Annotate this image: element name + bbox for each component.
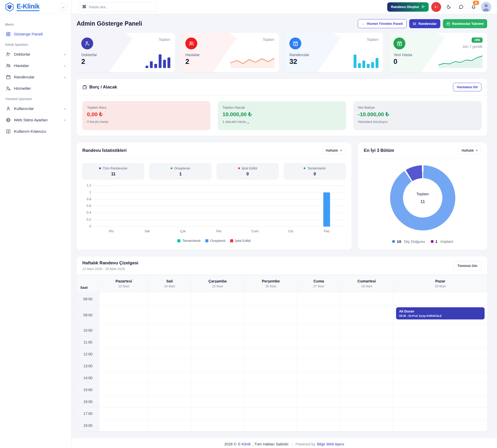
schedule-time-1500: 15:00 (77, 384, 99, 396)
sidebar-item-randevular[interactable]: Randevular › (5, 72, 67, 82)
schedule-cell-ar-amba-1500 (191, 384, 244, 396)
expand-chevron-icon[interactable]: ⌄ (247, 120, 249, 124)
schedule-cell-pazar-1600 (393, 396, 487, 408)
schedule-cell-cumartesi-1800 (340, 420, 393, 431)
schedule-cell-per-embe-1100 (244, 336, 298, 348)
x-axis-label: Paz (309, 229, 345, 233)
schedule-time-header: Saat (77, 275, 99, 292)
go-to-patients-button[interactable]: Hastalara Git (453, 83, 481, 91)
top-sections-card: En İyi 3 Bölüm Haftalık▼ Toplam 11 10 Di… (358, 143, 487, 250)
donut-legend-i-mplant: 1 İmplant (431, 239, 453, 244)
sidebar-collapse-button[interactable]: ← (59, 3, 68, 11)
schedule-cell-cuma-1300 (297, 360, 340, 372)
schedule-cell-ar-amba-0800 (191, 292, 244, 306)
sidebar-item-hastalar[interactable]: Hastalar › (5, 61, 67, 70)
footer-separator: | (292, 442, 293, 446)
bar-chart-legend: TamamlandıOnaylandıİptal Edildi (77, 235, 352, 247)
sections-period-select[interactable]: Haftalık▼ (458, 146, 481, 154)
sidebar-item-label: Randevular (14, 75, 64, 79)
chevron-right-icon: › (64, 107, 65, 111)
search-input[interactable] (89, 5, 154, 9)
appointment-block[interactable]: Ali Duran 09:30 - Dr.Prof. Eyüp KARAKALE (396, 307, 485, 319)
pill-dot (99, 167, 101, 169)
schedule-cell-pazartesi-1600 (99, 396, 148, 408)
see-all-button[interactable]: Tümünü Gör (454, 261, 481, 270)
schedule-day-header-cumartesi: Cumartesi28 Mart (340, 275, 393, 292)
finance-box-value: -10.000,00 ₺ (358, 111, 477, 117)
sidebar-item-kullanicilar[interactable]: Kullanıcılar › (5, 104, 67, 113)
sparkline-chart (438, 53, 483, 68)
finance-box-net-bakiye: Net Bakiye -10.000,00 ₺ Hastalara borçlu… (353, 101, 481, 130)
notifications-button[interactable]: 20 (469, 2, 478, 12)
schedule-cell-cuma-0800 (297, 292, 340, 306)
dark-mode-button[interactable] (444, 2, 454, 12)
create-appointment-button[interactable]: Randevu Oluştur (387, 2, 429, 12)
page-title: Admin Gösterge Paneli (77, 20, 142, 27)
finance-box-label: Toplam Alacak (222, 106, 341, 109)
stats-period-select[interactable]: Haftalık▼ (323, 146, 346, 154)
sidebar-item-kullanim-kilavuzu[interactable]: Kullanım Kılavuzu (5, 127, 67, 136)
user-avatar[interactable] (481, 2, 491, 12)
chevron-down-icon: ▼ (340, 149, 342, 152)
schedule-cell-sali-1400 (148, 372, 191, 384)
patients-icon (185, 38, 197, 49)
footer-brand-link[interactable]: E-Klinik (238, 442, 251, 446)
schedule-cell-cumartesi-0900 (340, 306, 393, 324)
user-plus-icon (6, 52, 11, 57)
sidebar-item-label: Doktorlar (14, 52, 64, 57)
schedule-cell-ar-amba-1200 (191, 348, 244, 360)
schedule-cell-cuma-1000 (297, 324, 340, 336)
sidebar-item-hizmetler[interactable]: Hizmetler (5, 84, 67, 93)
turkish-flag-icon (434, 4, 439, 9)
schedule-cell-per-embe-1200 (244, 348, 298, 360)
schedule-cell-ar-amba-0900 (191, 306, 244, 324)
donut-legend: 10 Diş Dolgusu1 İmplant (392, 239, 453, 244)
schedule-cell-per-embe-1000 (244, 324, 298, 336)
schedule-title: Haftalık Randevu Çizelgesi (82, 260, 138, 266)
appointments-button[interactable]: Randevular (409, 19, 440, 28)
globe-icon (6, 117, 11, 123)
wallet-icon (82, 85, 87, 89)
legend-item-i-ptal-edildi: İptal Edildi (230, 239, 251, 243)
schedule-time-1100: 11:00 (77, 336, 99, 348)
stat-tag: Toplam (263, 38, 274, 42)
schedule-cell-pazartesi-1400 (99, 372, 148, 384)
language-flag-button[interactable] (431, 2, 441, 12)
donut-center-label: Toplam (416, 192, 429, 196)
schedule-cell-pazartesi-1000 (99, 324, 148, 336)
appointments-calendar-button[interactable]: Randevular Takvimi (443, 19, 487, 28)
sidebar-item-web-sitesi-ayarlari[interactable]: Web Sitesi Ayarları › (5, 115, 67, 125)
schedule-cell-pazar-0900: Ali Duran 09:30 - Dr.Prof. Eyüp KARAKALE (393, 306, 487, 324)
schedule-cell-ar-amba-1700 (191, 408, 244, 420)
chevron-down-icon: ▼ (476, 149, 478, 152)
schedule-cell-cuma-1700 (297, 408, 340, 420)
topbar-actions: Randevu Oluştur 20 (387, 2, 491, 12)
dashboard-icon (6, 32, 11, 37)
schedule-cell-per-embe-1500 (244, 384, 298, 396)
chevron-right-icon: › (64, 52, 65, 56)
x-axis-label: Cum (237, 229, 273, 233)
dashboard-content: Admin Gösterge Paneli ← Hizmet Yönetim P… (71, 14, 497, 438)
sidebar-item-doktorlar[interactable]: Doktorlar › (5, 50, 67, 59)
schedule-cell-pazartesi-0800 (99, 292, 148, 306)
sidebar-item-g-sterge-paneli[interactable]: Gösterge Paneli (5, 29, 67, 39)
legend-item-tamamlandi: Tamamlandı (177, 239, 201, 243)
sidebar-section-header: Menü (5, 23, 67, 26)
schedule-cell-pazar-1300 (393, 360, 487, 372)
messages-button[interactable] (456, 2, 466, 12)
schedule-cell-cumartesi-1700 (340, 408, 393, 420)
finance-card: Borç / Alacak Hastalara Git Toplam Borç … (77, 79, 487, 136)
schedule-cell-per-embe-1700 (244, 408, 298, 420)
schedule-time-1200: 12:00 (77, 348, 99, 360)
patient-search[interactable]: ⌘ (79, 2, 157, 12)
topbar: ⌘ Randevu Oluştur 20 (71, 0, 497, 14)
trend-badge: +0% (472, 38, 483, 43)
finance-box-label: Toplam Borç (87, 106, 206, 109)
finance-box-sub[interactable]: 1 alacaklı hasta⌄ (222, 120, 341, 124)
footer-agency-link[interactable]: Bilge Web Ajans (317, 442, 344, 446)
finance-box-toplam-bor: Toplam Borç 0,00 ₺ 0 borçlu hasta (82, 101, 210, 130)
service-management-button[interactable]: ← Hizmet Yönetim Paneli (358, 19, 407, 28)
schedule-cell-cumartesi-1500 (340, 384, 393, 396)
sidebar-item-label: Hizmetler (14, 86, 65, 91)
calendar-icon (447, 22, 450, 26)
